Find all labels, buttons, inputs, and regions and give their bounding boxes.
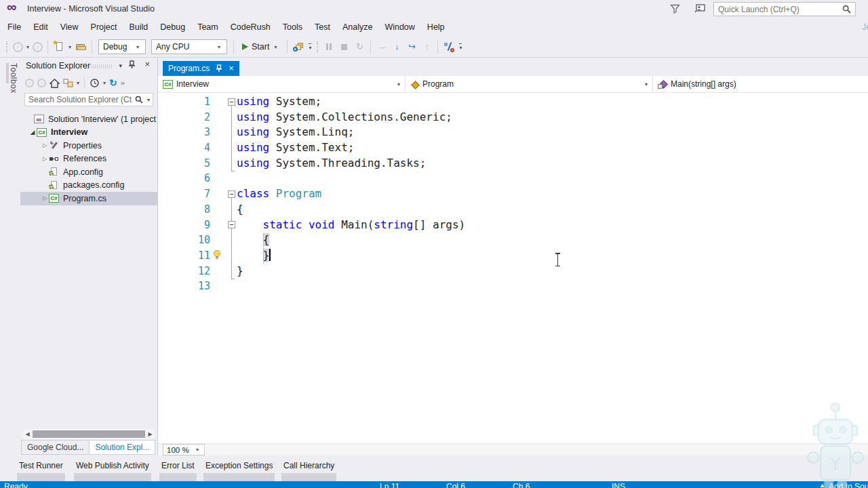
menu-edit[interactable]: Edit xyxy=(27,18,54,37)
code-line-5[interactable]: 5using System.Threading.Tasks; xyxy=(158,156,868,171)
panel-tab-google-cloud[interactable]: Google Cloud... xyxy=(21,440,90,455)
code-line-3[interactable]: 3using System.Linq; xyxy=(158,125,868,140)
document-tab-program-cs[interactable]: Program.cs × xyxy=(163,61,239,76)
solution-explorer-header[interactable]: Solution Explorer ▾ × xyxy=(20,58,157,74)
new-project-icon[interactable]: ★ xyxy=(54,41,64,52)
project-dropdown[interactable]: C# Interview ▾ xyxy=(158,76,406,92)
tree-item-references[interactable]: ▷References xyxy=(20,152,157,166)
refresh-icon[interactable]: ↻ xyxy=(109,78,117,88)
toolbox-tab[interactable]: Toolbox xyxy=(9,63,18,94)
scrollbar-thumb[interactable] xyxy=(33,430,145,438)
collapsed-expander-icon[interactable]: ▷ xyxy=(41,195,49,201)
code-line-10[interactable]: 10 { xyxy=(158,232,868,248)
quick-launch-box[interactable] xyxy=(713,2,856,16)
menu-project[interactable]: Project xyxy=(85,18,123,37)
navigate-back-icon[interactable]: ‹ xyxy=(13,42,23,52)
code-line-8[interactable]: 8{ xyxy=(158,202,868,218)
tree-item-packages-config[interactable]: packages.config xyxy=(20,179,157,192)
pin-icon[interactable] xyxy=(128,60,136,69)
add-to-source-control-button[interactable]: ▲ Add to Sou xyxy=(819,482,868,488)
attach-to-process-icon[interactable] xyxy=(293,41,304,52)
open-file-icon[interactable] xyxy=(75,41,86,52)
code-line-13[interactable]: 13 xyxy=(158,279,868,294)
panel-tab-call-hierarchy[interactable]: Call Hierarchy xyxy=(283,461,334,481)
code-line-4[interactable]: 4using System.Text; xyxy=(158,140,868,156)
toolbar-overflow-icon[interactable]: ›› xyxy=(121,79,124,87)
start-debugging-button[interactable]: Start ▾ xyxy=(242,42,279,52)
quick-launch-input[interactable] xyxy=(714,5,842,14)
code-editor[interactable]: 1using System;2using System.Collections.… xyxy=(158,93,868,443)
toolbar-grip[interactable] xyxy=(6,41,9,52)
menu-view[interactable]: View xyxy=(54,18,85,37)
platform-dropdown[interactable]: Any CPU ▾ xyxy=(151,39,227,54)
navigate-forward-icon[interactable]: › xyxy=(33,42,43,52)
menu-analyze[interactable]: Analyze xyxy=(336,18,378,37)
tree-item-solution-interview-1-project[interactable]: ∞Solution 'Interview' (1 project xyxy=(20,113,157,126)
horizontal-scrollbar[interactable]: ◀ ▶ xyxy=(23,429,155,439)
panel-tab-web-publish-activity[interactable]: Web Publish Activity xyxy=(76,461,149,481)
solution-search-box[interactable]: ▾ xyxy=(24,93,153,106)
menu-debug[interactable]: Debug xyxy=(154,18,191,37)
panel-tab-exception-settings[interactable]: Exception Settings xyxy=(205,461,273,481)
navigate-back-dropdown-icon[interactable]: ▾ xyxy=(26,44,29,50)
menu-coderush[interactable]: CodeRush xyxy=(224,18,277,37)
home-icon[interactable] xyxy=(50,78,60,88)
tree-item-program-cs[interactable]: ▷C#Program.cs xyxy=(20,192,157,205)
show-next-statement-icon[interactable]: → xyxy=(376,41,387,52)
code-line-2[interactable]: 2using System.Collections.Generic; xyxy=(158,110,868,125)
close-icon[interactable]: × xyxy=(144,59,150,69)
switch-views-dropdown-icon[interactable]: ▾ xyxy=(77,80,79,86)
code-line-12[interactable]: 12} xyxy=(158,264,868,279)
debug-target-dropdown-icon[interactable]: ▾ xyxy=(309,43,311,51)
tree-item-interview[interactable]: ◢C#Interview xyxy=(20,126,157,140)
scroll-left-icon[interactable]: ◀ xyxy=(23,431,32,437)
collapsed-expander-icon[interactable]: ▷ xyxy=(41,142,49,148)
scroll-right-icon[interactable]: ▶ xyxy=(146,431,155,437)
new-project-dropdown-icon[interactable]: ▾ xyxy=(68,44,71,50)
toolbar-overflow-icon[interactable]: ▾ xyxy=(459,43,462,51)
collapsed-expander-icon[interactable]: ▷ xyxy=(41,156,49,162)
stop-icon[interactable] xyxy=(339,41,350,52)
back-icon[interactable]: ‹ xyxy=(25,79,34,87)
panel-tab-test-runner[interactable]: Test Runner xyxy=(19,461,63,481)
zoom-level-dropdown[interactable]: 100 % ▾ xyxy=(163,444,205,455)
expanded-expander-icon[interactable]: ◢ xyxy=(28,129,37,136)
step-out-icon[interactable]: ↑ xyxy=(421,41,432,52)
step-into-icon[interactable]: ↓ xyxy=(391,41,402,52)
solution-search-input[interactable] xyxy=(25,95,135,104)
configuration-dropdown[interactable]: Debug ▾ xyxy=(98,39,146,54)
menu-test[interactable]: Test xyxy=(309,18,336,37)
comment-toggle-icon[interactable] xyxy=(443,41,454,52)
panel-tab-solution-expl[interactable]: Solution Expl... xyxy=(89,440,155,455)
pending-changes-filter-icon[interactable] xyxy=(90,78,100,88)
menu-window[interactable]: Window xyxy=(378,18,420,37)
code-line-11[interactable]: 11 } xyxy=(158,248,868,264)
menu-help[interactable]: Help xyxy=(421,18,451,37)
forward-icon[interactable]: › xyxy=(37,79,46,87)
step-over-icon[interactable]: ↪ xyxy=(406,41,417,52)
panel-tab-error-list[interactable]: Error List xyxy=(161,461,195,481)
tree-item-app-config[interactable]: App.config xyxy=(20,165,157,179)
collapse-region-icon[interactable] xyxy=(228,221,235,228)
code-line-9[interactable]: 9 static void Main(string[] args) xyxy=(158,218,868,233)
tree-item-properties[interactable]: ▷Properties xyxy=(20,139,157,152)
switch-views-icon[interactable] xyxy=(63,78,73,88)
menu-team[interactable]: Team xyxy=(191,18,224,37)
code-line-7[interactable]: 7class Program xyxy=(158,186,868,202)
send-feedback-icon[interactable] xyxy=(694,4,705,14)
code-line-6[interactable]: 6 xyxy=(158,171,868,186)
window-position-dropdown-icon[interactable]: ▾ xyxy=(119,62,122,69)
collapse-region-icon[interactable] xyxy=(228,190,235,198)
close-icon[interactable]: × xyxy=(229,64,234,73)
filter-dropdown-icon[interactable]: ▾ xyxy=(103,80,106,86)
pause-icon[interactable] xyxy=(324,41,335,52)
toolbar-grip[interactable] xyxy=(317,41,319,52)
menu-tools[interactable]: Tools xyxy=(277,18,309,37)
menu-build[interactable]: Build xyxy=(123,18,154,37)
pin-icon[interactable] xyxy=(216,64,222,73)
start-dropdown-icon[interactable]: ▾ xyxy=(274,44,277,50)
menu-file[interactable]: File xyxy=(1,18,27,37)
member-dropdown[interactable]: Main(string[] args) xyxy=(653,76,868,92)
code-line-1[interactable]: 1using System; xyxy=(158,94,868,110)
restart-icon[interactable]: ↻ xyxy=(354,41,365,52)
